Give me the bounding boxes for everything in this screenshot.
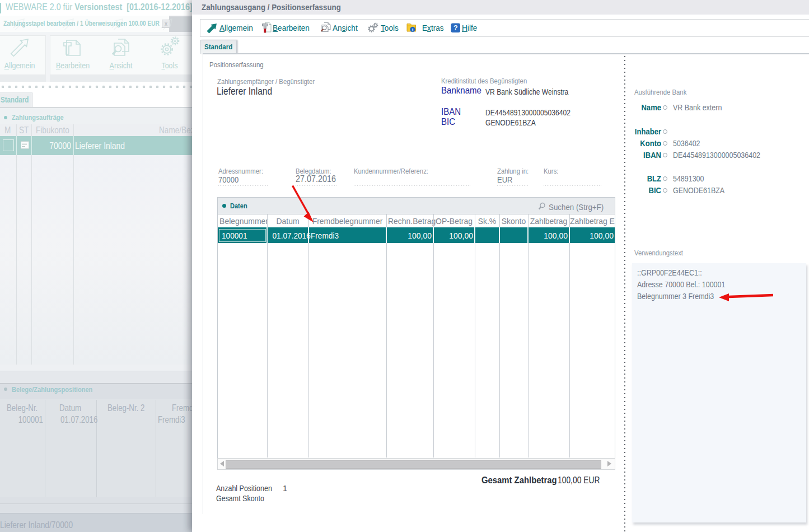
svg-text:?: ? bbox=[453, 24, 458, 32]
